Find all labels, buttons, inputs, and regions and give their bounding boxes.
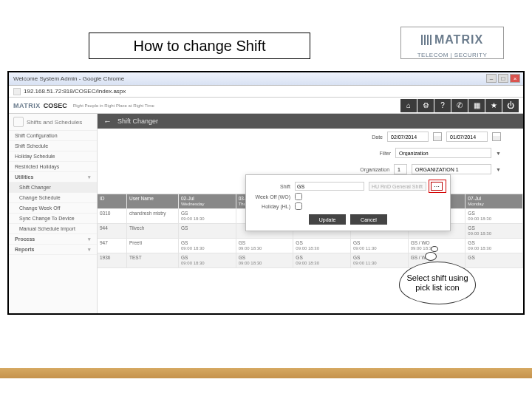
window-minimize-icon[interactable]: – <box>486 74 497 83</box>
app-screenshot: Welcome System Admin - Google Chrome – □… <box>7 71 525 315</box>
sidebar-section-header: Shifts and Schedules <box>9 114 97 131</box>
date-from-input[interactable] <box>387 132 429 142</box>
app-product: COSEC <box>44 102 67 109</box>
weekoff-checkbox[interactable] <box>295 193 302 200</box>
column-header[interactable]: User Name <box>127 194 179 209</box>
shift-code-input[interactable] <box>295 182 364 191</box>
sidebar-item-manual-schedule-import[interactable]: Manual Schedule Import <box>9 224 97 234</box>
shift-edit-popup: Shift HU RnD General Shift ⋯ Week Off (W… <box>245 174 451 231</box>
sidebar-item-reports[interactable]: Reports▾ <box>9 245 97 255</box>
address-bar[interactable]: 192.168.51.72:818/COSEC/Index.aspx <box>9 86 523 98</box>
window-close-icon[interactable]: × <box>510 74 520 83</box>
shift-name-display: HU RnD General Shift <box>369 182 426 191</box>
back-icon[interactable]: ← <box>103 117 112 126</box>
org-code-input[interactable] <box>394 164 407 174</box>
filter-select[interactable] <box>395 148 491 158</box>
sidebar-item-process[interactable]: Process▾ <box>9 234 97 245</box>
grid-icon[interactable]: ▦ <box>468 99 485 112</box>
column-header[interactable]: ID <box>98 194 127 209</box>
sidebar-item-holiday-schedule[interactable]: Holiday Schedule <box>9 151 97 162</box>
footer-stripe <box>0 368 532 378</box>
update-button[interactable]: Update <box>309 214 346 225</box>
sidebar-item-shift-changer[interactable]: Shift Changer <box>9 183 97 193</box>
dropdown-icon[interactable]: ▼ <box>496 167 501 172</box>
chevron-down-icon: ▾ <box>88 174 91 180</box>
callout-bubble: Select shift using pick list icon <box>399 262 476 304</box>
holiday-label: Holiday (HL) <box>252 204 290 209</box>
calendar-icon <box>13 117 24 127</box>
sidebar-item-restricted-holidays[interactable]: Restricted Holidays <box>9 162 97 172</box>
table-row[interactable]: 947PreetiGS09:00 18:30GS09:00 18:30GS09:… <box>98 239 523 253</box>
sidebar-item-sync-change-to-device[interactable]: Sync Change To Device <box>9 214 97 224</box>
calendar-to-icon[interactable] <box>492 132 501 141</box>
chevron-down-icon: ▾ <box>88 236 91 242</box>
gear-icon[interactable]: ⚙ <box>417 99 434 112</box>
column-header[interactable]: 07-JulMonday <box>466 194 523 209</box>
dropdown-icon[interactable]: ▼ <box>496 151 501 156</box>
main-panel: ← Shift Changer Date Filter ▼ Organizati… <box>98 114 523 313</box>
sidebar-item-change-week-off[interactable]: Change Week Off <box>9 203 97 214</box>
window-maximize-icon[interactable]: □ <box>498 74 508 83</box>
highlight-frame <box>429 180 446 193</box>
browser-tab-title: Welcome System Admin - Google Chrome <box>13 75 124 82</box>
column-header[interactable]: 02-JulWednesday <box>179 194 236 209</box>
date-label: Date <box>372 134 383 140</box>
page-icon <box>13 88 21 95</box>
power-icon[interactable]: ⏻ <box>502 99 519 112</box>
slide-title-text: How to change Shift <box>134 38 266 55</box>
app-brand: MATRIX <box>13 102 41 109</box>
weekoff-label: Week Off (WO) <box>252 194 290 200</box>
dialog-title: Shift Changer <box>117 117 158 125</box>
holiday-checkbox[interactable] <box>295 202 302 210</box>
app-header: MATRIX COSEC Right People in Right Place… <box>9 98 523 114</box>
org-label: Organization <box>360 167 389 172</box>
callout-text: Select shift using pick list icon <box>404 273 471 292</box>
phone-icon[interactable]: ✆ <box>451 99 468 112</box>
sidebar-item-utilities[interactable]: Utilities▾ <box>9 172 97 183</box>
sidebar-item-shift-schedule[interactable]: Shift Schedule <box>9 141 97 151</box>
logo-stripes-icon <box>421 35 432 45</box>
shift-field-label: Shift <box>252 184 290 189</box>
filter-label: Filter <box>380 151 392 156</box>
star-icon[interactable]: ★ <box>485 99 502 112</box>
app-tagline: Right People in Right Place at Right Tim… <box>73 103 154 108</box>
help-icon[interactable]: ? <box>434 99 451 112</box>
sidebar: Shifts and Schedules Shift Configuration… <box>9 114 98 313</box>
calendar-from-icon[interactable] <box>433 132 442 141</box>
brand-logo: MATRIX TELECOM | SECURITY <box>400 27 504 59</box>
url-text: 192.168.51.72:818/COSEC/Index.aspx <box>24 88 126 95</box>
sidebar-item-shift-configuration[interactable]: Shift Configuration <box>9 131 97 141</box>
dialog-titlebar: ← Shift Changer <box>98 114 523 129</box>
chevron-down-icon: ▾ <box>88 247 91 253</box>
cancel-button[interactable]: Cancel <box>350 214 387 225</box>
home-icon[interactable]: ⌂ <box>400 99 417 112</box>
date-to-input[interactable] <box>446 132 488 142</box>
slide-title: How to change Shift <box>89 33 310 59</box>
org-name-input[interactable] <box>412 164 491 174</box>
sidebar-item-change-schedule[interactable]: Change Schedule <box>9 193 97 203</box>
browser-titlebar: Welcome System Admin - Google Chrome – □… <box>9 72 523 86</box>
